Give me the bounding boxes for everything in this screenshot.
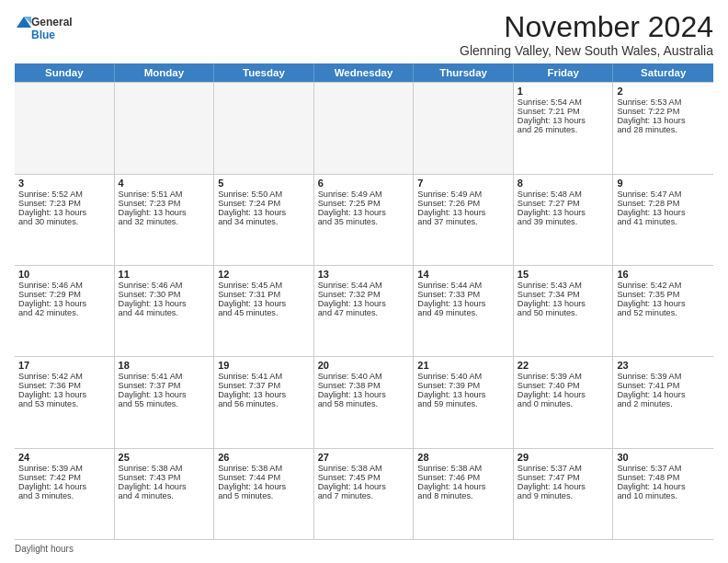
calendar-cell: 24Sunrise: 5:39 AMSunset: 7:42 PMDayligh… <box>15 449 115 539</box>
day-info: Daylight: 13 hours <box>417 390 509 399</box>
day-info: Sunset: 7:34 PM <box>518 290 609 299</box>
calendar-cell: 12Sunrise: 5:45 AMSunset: 7:31 PMDayligh… <box>214 266 314 356</box>
day-number: 4 <box>119 178 210 189</box>
day-info: Sunrise: 5:53 AM <box>617 98 710 107</box>
day-info: Sunset: 7:23 PM <box>119 199 210 208</box>
calendar-cell: 11Sunrise: 5:46 AMSunset: 7:30 PMDayligh… <box>115 266 215 356</box>
day-info: and 30 minutes. <box>18 217 110 226</box>
day-info: Sunrise: 5:50 AM <box>218 190 310 199</box>
day-info: Daylight: 14 hours <box>218 482 310 491</box>
day-info: and 58 minutes. <box>318 399 410 408</box>
day-info: Daylight: 13 hours <box>617 116 710 125</box>
day-info: Sunset: 7:35 PM <box>617 290 710 299</box>
daylight-hours-label: Daylight hours <box>15 544 74 554</box>
day-info: and 9 minutes. <box>518 491 609 500</box>
calendar-row: 17Sunrise: 5:42 AMSunset: 7:36 PMDayligh… <box>15 357 713 448</box>
day-info: Sunset: 7:24 PM <box>218 199 310 208</box>
calendar-cell: 8Sunrise: 5:48 AMSunset: 7:27 PMDaylight… <box>514 175 614 265</box>
calendar-row: 3Sunrise: 5:52 AMSunset: 7:23 PMDaylight… <box>15 175 713 266</box>
day-info: Daylight: 13 hours <box>518 116 609 125</box>
day-info: Sunset: 7:23 PM <box>18 199 110 208</box>
day-info: Sunset: 7:38 PM <box>318 381 410 390</box>
calendar-header-cell: Saturday <box>613 63 713 82</box>
day-info: Sunrise: 5:42 AM <box>617 281 710 290</box>
day-info: Daylight: 13 hours <box>18 390 110 399</box>
day-info: Daylight: 13 hours <box>119 208 210 217</box>
day-info: Sunrise: 5:43 AM <box>518 281 609 290</box>
day-info: Daylight: 13 hours <box>218 299 310 308</box>
day-number: 20 <box>318 360 410 371</box>
calendar-cell: 9Sunrise: 5:47 AMSunset: 7:28 PMDaylight… <box>613 175 713 265</box>
day-info: Daylight: 13 hours <box>518 299 609 308</box>
svg-text:General: General <box>31 16 73 29</box>
calendar-cell: 14Sunrise: 5:44 AMSunset: 7:33 PMDayligh… <box>414 266 514 356</box>
day-info: Daylight: 13 hours <box>318 390 410 399</box>
day-info: Daylight: 14 hours <box>119 482 210 491</box>
day-number: 28 <box>417 452 509 463</box>
calendar-row: 1Sunrise: 5:54 AMSunset: 7:21 PMDaylight… <box>15 82 713 174</box>
day-info: and 45 minutes. <box>218 308 310 317</box>
day-info: Sunrise: 5:42 AM <box>18 372 110 381</box>
day-info: and 55 minutes. <box>119 399 210 408</box>
day-info: Sunset: 7:30 PM <box>119 290 210 299</box>
day-info: Daylight: 13 hours <box>18 208 110 217</box>
day-info: Sunrise: 5:41 AM <box>119 372 210 381</box>
day-number: 12 <box>218 269 310 280</box>
day-number: 24 <box>18 452 110 463</box>
day-info: Sunrise: 5:48 AM <box>518 190 609 199</box>
day-info: Sunrise: 5:51 AM <box>119 190 210 199</box>
day-info: Sunset: 7:37 PM <box>119 381 210 390</box>
calendar-cell: 22Sunrise: 5:39 AMSunset: 7:40 PMDayligh… <box>514 357 614 447</box>
calendar-cell: 7Sunrise: 5:49 AMSunset: 7:26 PMDaylight… <box>414 175 514 265</box>
day-info: Daylight: 14 hours <box>617 482 710 491</box>
day-info: and 8 minutes. <box>417 491 509 500</box>
calendar-cell <box>314 83 415 173</box>
day-info: Sunrise: 5:38 AM <box>119 464 210 473</box>
day-number: 27 <box>318 452 410 463</box>
day-info: Sunset: 7:29 PM <box>18 290 110 299</box>
calendar-cell: 1Sunrise: 5:54 AMSunset: 7:21 PMDaylight… <box>514 83 614 173</box>
day-info: and 35 minutes. <box>318 217 410 226</box>
day-number: 8 <box>518 178 609 189</box>
page: General Blue November 2024 Glenning Vall… <box>0 0 728 563</box>
day-number: 3 <box>18 178 110 189</box>
day-info: Sunrise: 5:37 AM <box>617 464 710 473</box>
day-info: and 28 minutes. <box>617 125 710 134</box>
day-info: Sunrise: 5:45 AM <box>218 281 310 290</box>
day-info: Daylight: 13 hours <box>518 208 609 217</box>
day-info: Sunset: 7:36 PM <box>18 381 110 390</box>
calendar-body: 1Sunrise: 5:54 AMSunset: 7:21 PMDaylight… <box>15 82 713 540</box>
day-info: Sunrise: 5:54 AM <box>518 98 609 107</box>
day-info: Daylight: 13 hours <box>617 208 710 217</box>
footer: Daylight hours <box>15 544 713 554</box>
day-info: Daylight: 13 hours <box>417 208 509 217</box>
day-info: Sunrise: 5:41 AM <box>218 372 310 381</box>
header: General Blue November 2024 Glenning Vall… <box>15 11 713 58</box>
day-number: 14 <box>417 269 509 280</box>
day-info: and 59 minutes. <box>417 399 509 408</box>
day-info: Sunset: 7:44 PM <box>218 473 310 482</box>
day-number: 10 <box>18 269 110 280</box>
day-info: Sunrise: 5:46 AM <box>119 281 210 290</box>
day-number: 21 <box>417 360 509 371</box>
day-info: Sunrise: 5:38 AM <box>417 464 509 473</box>
day-info: Sunset: 7:40 PM <box>518 381 609 390</box>
day-number: 9 <box>617 178 710 189</box>
day-info: Daylight: 14 hours <box>518 390 609 399</box>
day-info: Sunrise: 5:39 AM <box>18 464 110 473</box>
day-info: Daylight: 13 hours <box>119 299 210 308</box>
day-number: 30 <box>617 452 710 463</box>
calendar-cell: 27Sunrise: 5:38 AMSunset: 7:45 PMDayligh… <box>314 449 415 539</box>
day-info: Sunset: 7:27 PM <box>518 199 609 208</box>
calendar-cell: 20Sunrise: 5:40 AMSunset: 7:38 PMDayligh… <box>314 357 415 447</box>
calendar-cell: 13Sunrise: 5:44 AMSunset: 7:32 PMDayligh… <box>314 266 415 356</box>
calendar-cell: 10Sunrise: 5:46 AMSunset: 7:29 PMDayligh… <box>15 266 115 356</box>
calendar-cell: 2Sunrise: 5:53 AMSunset: 7:22 PMDaylight… <box>613 83 713 173</box>
day-number: 29 <box>518 452 609 463</box>
day-info: Sunrise: 5:37 AM <box>518 464 609 473</box>
day-info: Daylight: 13 hours <box>218 208 310 217</box>
day-info: and 3 minutes. <box>18 491 110 500</box>
calendar-row: 10Sunrise: 5:46 AMSunset: 7:29 PMDayligh… <box>15 266 713 357</box>
day-info: Sunrise: 5:39 AM <box>617 372 710 381</box>
day-info: Daylight: 13 hours <box>218 390 310 399</box>
